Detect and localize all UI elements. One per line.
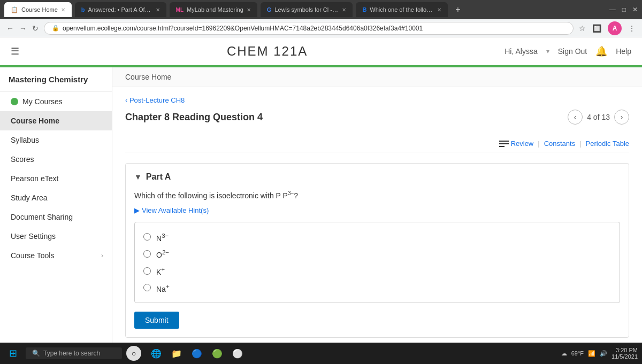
question-counter: 4 of 13 [587, 113, 610, 121]
choice1-label[interactable]: N3− [156, 232, 169, 243]
hamburger-menu[interactable]: ☰ [11, 45, 19, 57]
sidebar: Mastering Chemistry My Courses Course Ho… [0, 67, 112, 343]
sidebar-brand: Mastering Chemistry [0, 67, 112, 92]
back-button[interactable]: ← [6, 24, 14, 33]
choice-kplus: K+ [143, 262, 611, 280]
choice-o2minus: O2− [143, 245, 611, 262]
radio-choice4[interactable] [143, 284, 151, 291]
choice3-superscript: + [161, 266, 165, 273]
window-controls: — □ ✕ [609, 6, 638, 13]
sidebar-item-document-sharing[interactable]: Document Sharing [0, 207, 112, 227]
notification-bell-icon[interactable]: 🔔 [595, 45, 607, 57]
periodic-table-link[interactable]: Periodic Table [586, 140, 629, 148]
sidebar-item-syllabus[interactable]: Syllabus [0, 130, 112, 150]
app-title: CHEM 121A [30, 44, 505, 59]
profile-icon[interactable]: 🔲 [592, 24, 601, 33]
minimize-button[interactable]: — [609, 6, 616, 13]
user-avatar[interactable]: A [608, 21, 622, 35]
choice4-superscript: + [166, 283, 170, 290]
choice4-label[interactable]: Na+ [156, 283, 170, 293]
collapse-icon[interactable]: ▼ [134, 173, 142, 181]
element-symbol: P [283, 191, 288, 200]
constants-link[interactable]: Constants [544, 140, 576, 148]
hint-link[interactable]: ▶ View Available Hint(s) [134, 206, 620, 214]
superscript-charge: 3− [288, 190, 294, 196]
menu-icon[interactable]: ⋮ [628, 24, 636, 33]
sign-out-link[interactable]: Sign Out [558, 47, 587, 56]
radio-choice1[interactable] [143, 233, 151, 241]
lock-icon: 🔒 [52, 25, 59, 32]
toolbar-links: Review | Constants | Periodic Table [125, 135, 629, 152]
question-title: Chapter 8 Reading Question 4 [125, 112, 263, 123]
header-right: Hi, Alyssa ▾ Sign Out 🔔 Help [505, 45, 631, 57]
close-button[interactable]: ✕ [632, 6, 638, 13]
browser-action-icons: ☆ 🔲 A ⋮ [579, 21, 636, 35]
tab-course-home[interactable]: 📋 Course Home ✕ [4, 2, 72, 17]
sidebar-item-user-settings[interactable]: User Settings [0, 227, 112, 246]
breadcrumb: Course Home [112, 67, 642, 87]
tab-close[interactable]: ✕ [156, 7, 160, 13]
tab-which[interactable]: B Which one of the following s... ✕ [356, 2, 448, 17]
answer-choices-box: N3− O2− K+ Na+ [134, 222, 620, 304]
part-a-section: ▼ Part A Which of the following is isoel… [125, 163, 629, 338]
new-tab-button[interactable]: + [451, 5, 464, 14]
back-link[interactable]: Post-Lecture CH8 [125, 96, 185, 104]
browser-chrome: 📋 Course Home ✕ b Answered: • Part A Of … [0, 0, 642, 19]
choice2-superscript: 2− [162, 249, 169, 255]
svg-rect-1 [499, 143, 509, 144]
content-area: Course Home Post-Lecture CH8 Chapter 8 R… [112, 67, 642, 343]
choice-naplus: Na+ [143, 280, 611, 297]
next-question-button[interactable]: › [614, 110, 629, 125]
refresh-button[interactable]: ↻ [32, 24, 39, 33]
choice-n3minus: N3− [143, 229, 611, 246]
content-inner: Post-Lecture CH8 Chapter 8 Reading Quest… [112, 87, 642, 343]
submit-button[interactable]: Submit [134, 312, 179, 329]
choice3-label[interactable]: K+ [156, 266, 165, 276]
tab-close[interactable]: ✕ [342, 7, 346, 13]
tab-mylab[interactable]: ML MyLab and Mastering ✕ [170, 2, 257, 17]
sidebar-item-scores[interactable]: Scores [0, 150, 112, 169]
tab-answered[interactable]: b Answered: • Part A Of the fo... ✕ [75, 2, 166, 17]
tab-close[interactable]: ✕ [247, 7, 251, 13]
sidebar-item-study-area[interactable]: Study Area [0, 188, 112, 207]
review-icon [499, 141, 509, 147]
tab-close[interactable]: ✕ [437, 7, 441, 13]
choice1-superscript: 3− [162, 232, 169, 239]
question-text: Which of the following is isoelectronic … [134, 190, 620, 200]
navigation-controls: ‹ 4 of 13 › [568, 110, 629, 125]
review-link[interactable]: Review [511, 140, 534, 148]
prev-question-button[interactable]: ‹ [568, 110, 583, 125]
tab-lewis[interactable]: G Lewis symbols for Cl - Goog... ✕ [261, 2, 353, 17]
part-a-label: Part A [146, 172, 171, 182]
sidebar-item-course-home[interactable]: Course Home [0, 111, 112, 130]
forward-button[interactable]: → [19, 24, 27, 33]
sidebar-item-my-courses[interactable]: My Courses [0, 92, 112, 111]
main-layout: Mastering Chemistry My Courses Course Ho… [0, 67, 642, 343]
bookmark-icon[interactable]: ☆ [579, 24, 586, 33]
radio-choice2[interactable] [143, 250, 151, 258]
hint-arrow-icon: ▶ [134, 206, 140, 214]
choice2-label[interactable]: O2− [156, 249, 169, 259]
tab-close[interactable]: ✕ [61, 7, 65, 13]
help-link[interactable]: Help [616, 47, 631, 56]
radio-choice3[interactable] [143, 267, 151, 275]
chevron-right-icon: › [101, 252, 103, 259]
green-circle-icon [11, 98, 18, 105]
sidebar-item-pearson-etext[interactable]: Pearson eText [0, 169, 112, 188]
app-header: ☰ CHEM 121A Hi, Alyssa ▾ Sign Out 🔔 Help [0, 37, 642, 67]
part-a-header: ▼ Part A [134, 172, 620, 182]
maximize-button[interactable]: □ [622, 6, 626, 13]
url-bar[interactable]: 🔒 openvellum.ecollege.com/course.html?co… [44, 22, 574, 35]
svg-rect-0 [499, 141, 509, 142]
question-header: Chapter 8 Reading Question 4 ‹ 4 of 13 › [125, 110, 629, 125]
svg-rect-2 [499, 146, 505, 147]
sidebar-item-course-tools[interactable]: Course Tools › [0, 246, 112, 265]
greeting-text: Hi, Alyssa [505, 47, 537, 56]
address-bar: ← → ↻ 🔒 openvellum.ecollege.com/course.h… [0, 19, 642, 37]
toolbar-sep2: | [579, 140, 581, 148]
toolbar-sep1: | [538, 140, 539, 148]
